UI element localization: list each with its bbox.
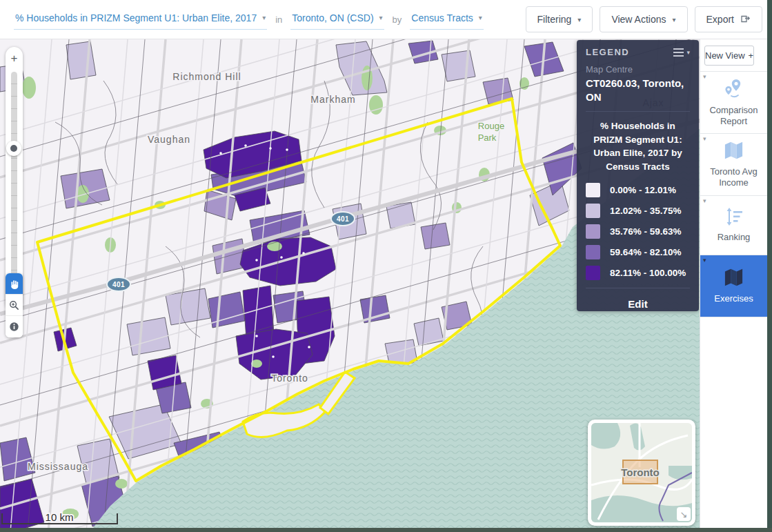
zoom-in-button[interactable]: + (11, 47, 18, 70)
plus-icon: + (749, 50, 754, 61)
hand-icon (8, 278, 20, 290)
zoom-slider-handle[interactable] (6, 141, 21, 156)
info-tool-button[interactable] (6, 316, 23, 337)
filtering-button[interactable]: Filtering ▾ (526, 6, 593, 32)
new-view-button[interactable]: New View + (704, 46, 754, 66)
location-label: Toronto, ON (CSD) (292, 12, 373, 23)
legend-class-row: 12.02% - 35.75% (586, 204, 690, 218)
zoom-slider[interactable] (11, 72, 17, 283)
chevron-down-icon: ▾ (703, 73, 706, 80)
export-icon (740, 14, 751, 26)
arrow-collapse-icon: ↘ (680, 509, 688, 520)
chevron-down-icon: ▾ (686, 49, 690, 56)
map-centre-label: Map Centre (586, 64, 690, 75)
view-actions-button[interactable]: View Actions ▾ (600, 6, 687, 32)
metric-label: % Households in PRIZM Segment U1: Urban … (15, 12, 257, 23)
class-swatch (586, 204, 600, 218)
view-tile-label: Toronto Avg Income (700, 166, 767, 189)
class-swatch (586, 245, 600, 259)
class-label: 35.76% - 59.63% (610, 226, 682, 237)
legend-classes: 0.00% - 12.01% 12.02% - 35.75% 35.76% - … (586, 183, 690, 280)
svg-text:401: 401 (112, 281, 125, 288)
label-markham: Markham (310, 94, 355, 105)
location-dropdown[interactable]: Toronto, ON (CSD) ▾ (290, 10, 384, 30)
view-tile-label: Comparison Report (700, 105, 767, 128)
svg-text:10 km: 10 km (46, 511, 74, 523)
legend-title: % Households in PRIZM Segment U1: Urban … (586, 119, 690, 173)
minimap-label: Toronto (621, 466, 660, 478)
chevron-down-icon: ▾ (577, 16, 581, 23)
views-sidebar: New View + ▾ Comparison Report ▾ (700, 39, 767, 532)
geography-label: Census Tracts (411, 12, 473, 23)
legend-class-row: 59.64% - 82.10% (586, 245, 690, 259)
label-mississauga: Mississauga (28, 461, 88, 472)
toolbar-buttons: Filtering ▾ View Actions ▾ Export (526, 6, 762, 32)
zoom-box-tool-button[interactable] (6, 295, 23, 316)
export-button[interactable]: Export (695, 6, 762, 32)
label-vaughan: Vaughan (148, 134, 190, 145)
chevron-down-icon: ▾ (703, 257, 706, 264)
view-tile-toronto-avg-income[interactable]: ▾ Toronto Avg Income (700, 134, 767, 196)
legend-class-row: 35.76% - 59.63% (586, 224, 690, 239)
label-rouge-park: Park (478, 132, 497, 143)
map-centre-value: CT0260.03, Toronto, ON (586, 77, 690, 104)
chevron-down-icon: ▾ (673, 16, 676, 23)
legend-divider (586, 111, 690, 112)
view-tile-ranking[interactable]: ▾ Ranking (700, 196, 767, 255)
chevron-down-icon: ▾ (703, 135, 706, 142)
top-toolbar: % Households in PRIZM Segment U1: Urban … (0, 0, 772, 39)
chevron-down-icon: ▾ (262, 14, 266, 21)
legend-divider (586, 288, 690, 288)
folded-map-icon (723, 141, 744, 160)
highway-shield: 401 (107, 277, 130, 291)
map-tools (6, 273, 23, 337)
class-swatch (586, 266, 600, 280)
window-edge-bottom (0, 528, 772, 532)
metric-dropdown[interactable]: % Households in PRIZM Segment U1: Urban … (14, 10, 267, 30)
label-richmond-hill: Richmond Hill (172, 71, 241, 82)
filtering-label: Filtering (537, 14, 572, 25)
class-swatch (586, 224, 600, 239)
pan-tool-button[interactable] (6, 273, 23, 295)
map-canvas[interactable]: 401 401 Richmond Hill Markham Vaughan Aj… (0, 39, 700, 532)
chevron-down-icon: ▾ (479, 14, 482, 21)
class-label: 82.11% - 100.00% (610, 268, 686, 278)
overview-minimap[interactable]: Toronto ↘ (588, 420, 695, 526)
class-label: 0.00% - 12.01% (610, 185, 676, 195)
chevron-down-icon: ▾ (379, 14, 383, 21)
class-swatch (586, 183, 600, 197)
view-actions-label: View Actions (611, 14, 666, 25)
view-tile-comparison-report[interactable]: ▾ Comparison Report (700, 72, 767, 134)
info-icon (9, 322, 19, 332)
chevron-down-icon: ▾ (703, 197, 706, 204)
view-tile-exercises[interactable]: ▾ Exercises (700, 255, 767, 317)
map-pins-icon (723, 78, 745, 99)
magnifier-plus-icon (9, 300, 19, 311)
legend-menu-button[interactable]: ▾ (673, 48, 690, 57)
view-tile-label: Exercises (711, 293, 755, 304)
view-tiles: ▾ Comparison Report ▾ Toronto Avg Inc (700, 71, 767, 317)
label-toronto: Toronto (271, 373, 308, 384)
class-label: 12.02% - 35.75% (610, 206, 682, 216)
legend-edit-button[interactable]: Edit (586, 296, 690, 312)
legend-header: LEGEND (586, 47, 629, 57)
export-label: Export (706, 14, 734, 25)
legend-class-row: 0.00% - 12.01% (586, 183, 690, 197)
class-label: 59.64% - 82.10% (610, 247, 682, 257)
legend-class-row: 82.11% - 100.00% (586, 266, 690, 280)
in-connector: in (275, 14, 282, 25)
by-connector: by (393, 14, 402, 25)
minimap-collapse-button[interactable]: ↘ (677, 507, 691, 521)
zoom-control: + − (6, 47, 23, 311)
folded-map-icon (723, 268, 744, 287)
legend-panel: LEGEND ▾ Map Centre CT0260.03, Toronto, … (577, 40, 699, 311)
geography-dropdown[interactable]: Census Tracts ▾ (410, 10, 484, 30)
svg-text:401: 401 (337, 215, 349, 223)
app-window: % Households in PRIZM Segment U1: Urban … (0, 0, 772, 532)
view-tile-label: Ranking (715, 232, 753, 243)
label-rouge-park: Rouge (478, 121, 504, 131)
highway-shield: 401 (331, 212, 355, 226)
new-view-label: New View (705, 50, 745, 61)
hamburger-icon (673, 48, 684, 57)
window-edge-right (767, 0, 772, 532)
